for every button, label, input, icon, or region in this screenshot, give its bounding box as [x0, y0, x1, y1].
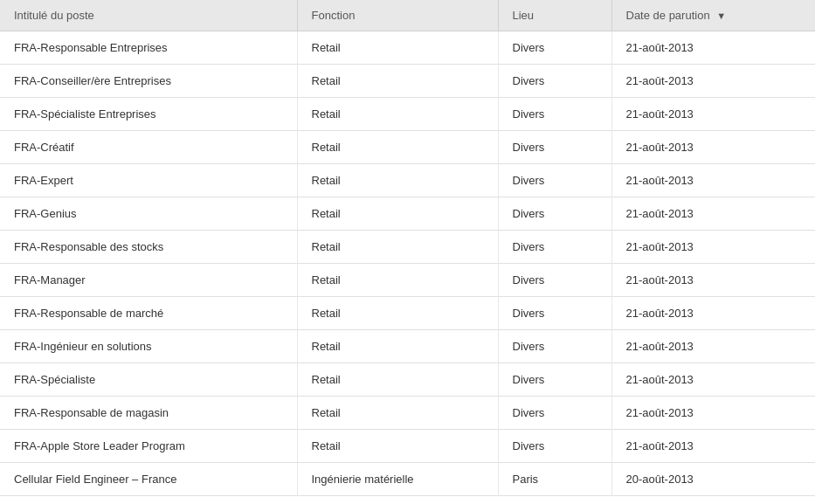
- cell-date: 21-août-2013: [611, 98, 815, 131]
- table-row[interactable]: FRA-Responsable EntreprisesRetailDivers2…: [0, 31, 815, 65]
- cell-date: 21-août-2013: [611, 65, 815, 98]
- cell-lieu: Divers: [498, 131, 611, 164]
- cell-date: 21-août-2013: [611, 31, 815, 65]
- cell-title: FRA-Créatif: [0, 131, 297, 164]
- cell-lieu: Divers: [498, 330, 611, 363]
- table-row[interactable]: FRA-Responsable de magasinRetailDivers21…: [0, 397, 815, 430]
- cell-title: FRA-Manager: [0, 264, 297, 297]
- cell-title: FRA-Ingénieur en solutions: [0, 330, 297, 363]
- column-header-date[interactable]: Date de parution ▼: [611, 0, 815, 31]
- cell-fonction: Retail: [297, 363, 498, 397]
- cell-lieu: Divers: [498, 264, 611, 297]
- cell-lieu: Divers: [498, 65, 611, 98]
- cell-date: 21-août-2013: [611, 164, 815, 197]
- cell-lieu: Paris: [498, 463, 611, 496]
- cell-date: 21-août-2013: [611, 297, 815, 330]
- cell-date: 21-août-2013: [611, 131, 815, 164]
- column-date-label: Date de parution: [626, 9, 710, 22]
- cell-date: 21-août-2013: [611, 397, 815, 430]
- job-listings-container: Intitulé du poste Fonction Lieu Date de …: [0, 0, 815, 504]
- cell-fonction: Retail: [297, 231, 498, 264]
- cell-fonction: Retail: [297, 330, 498, 363]
- cell-lieu: Divers: [498, 397, 611, 430]
- cell-title: Cellular Field Engineer – France: [0, 463, 297, 496]
- cell-title: FRA-Apple Store Leader Program: [0, 430, 297, 463]
- column-header-lieu: Lieu: [498, 0, 611, 31]
- cell-fonction: Retail: [297, 98, 498, 131]
- cell-title: FRA-Responsable Entreprises: [0, 31, 297, 65]
- cell-lieu: Divers: [498, 98, 611, 131]
- cell-fonction: Retail: [297, 131, 498, 164]
- cell-fonction: Retail: [297, 31, 498, 65]
- table-row[interactable]: FRA-Ingénieur en solutionsRetailDivers21…: [0, 330, 815, 363]
- cell-title: FRA-Spécialiste Entreprises: [0, 98, 297, 131]
- cell-fonction: Retail: [297, 297, 498, 330]
- cell-lieu: Divers: [498, 430, 611, 463]
- cell-fonction: Retail: [297, 65, 498, 98]
- cell-lieu: Divers: [498, 197, 611, 231]
- cell-lieu: Divers: [498, 297, 611, 330]
- cell-title: FRA-Genius: [0, 197, 297, 231]
- cell-date: 21-août-2013: [611, 231, 815, 264]
- column-fonction-label: Fonction: [312, 9, 356, 22]
- table-row[interactable]: FRA-SpécialisteRetailDivers21-août-2013: [0, 363, 815, 397]
- cell-date: 21-août-2013: [611, 197, 815, 231]
- cell-lieu: Divers: [498, 231, 611, 264]
- column-lieu-label: Lieu: [513, 9, 535, 22]
- table-row[interactable]: FRA-CréatifRetailDivers21-août-2013: [0, 131, 815, 164]
- cell-title: FRA-Expert: [0, 164, 297, 197]
- cell-date: 21-août-2013: [611, 363, 815, 397]
- cell-date: 21-août-2013: [611, 430, 815, 463]
- cell-title: FRA-Responsable de magasin: [0, 397, 297, 430]
- cell-lieu: Divers: [498, 363, 611, 397]
- sort-desc-icon: ▼: [716, 10, 726, 21]
- cell-fonction: Ingénierie matérielle: [297, 463, 498, 496]
- column-header-title: Intitulé du poste: [0, 0, 297, 31]
- table-row[interactable]: FRA-Responsable de marchéRetailDivers21-…: [0, 297, 815, 330]
- cell-fonction: Retail: [297, 264, 498, 297]
- table-row[interactable]: Cellular Field Engineer – FranceIngénier…: [0, 463, 815, 496]
- cell-title: FRA-Responsable des stocks: [0, 231, 297, 264]
- table-row[interactable]: FRA-ManagerRetailDivers21-août-2013: [0, 264, 815, 297]
- cell-fonction: Retail: [297, 197, 498, 231]
- cell-date: 21-août-2013: [611, 330, 815, 363]
- cell-lieu: Divers: [498, 164, 611, 197]
- cell-lieu: Divers: [498, 31, 611, 65]
- column-header-fonction: Fonction: [297, 0, 498, 31]
- cell-title: FRA-Conseiller/ère Entreprises: [0, 65, 297, 98]
- cell-title: FRA-Responsable de marché: [0, 297, 297, 330]
- cell-fonction: Retail: [297, 397, 498, 430]
- job-listings-table: Intitulé du poste Fonction Lieu Date de …: [0, 0, 815, 496]
- cell-date: 20-août-2013: [611, 463, 815, 496]
- table-row[interactable]: FRA-Responsable des stocksRetailDivers21…: [0, 231, 815, 264]
- table-row[interactable]: FRA-GeniusRetailDivers21-août-2013: [0, 197, 815, 231]
- cell-fonction: Retail: [297, 164, 498, 197]
- cell-title: FRA-Spécialiste: [0, 363, 297, 397]
- cell-fonction: Retail: [297, 430, 498, 463]
- table-header-row: Intitulé du poste Fonction Lieu Date de …: [0, 0, 815, 31]
- table-row[interactable]: FRA-ExpertRetailDivers21-août-2013: [0, 164, 815, 197]
- column-title-label: Intitulé du poste: [14, 9, 94, 22]
- cell-date: 21-août-2013: [611, 264, 815, 297]
- table-row[interactable]: FRA-Spécialiste EntreprisesRetailDivers2…: [0, 98, 815, 131]
- table-row[interactable]: FRA-Conseiller/ère EntreprisesRetailDive…: [0, 65, 815, 98]
- table-row[interactable]: FRA-Apple Store Leader ProgramRetailDive…: [0, 430, 815, 463]
